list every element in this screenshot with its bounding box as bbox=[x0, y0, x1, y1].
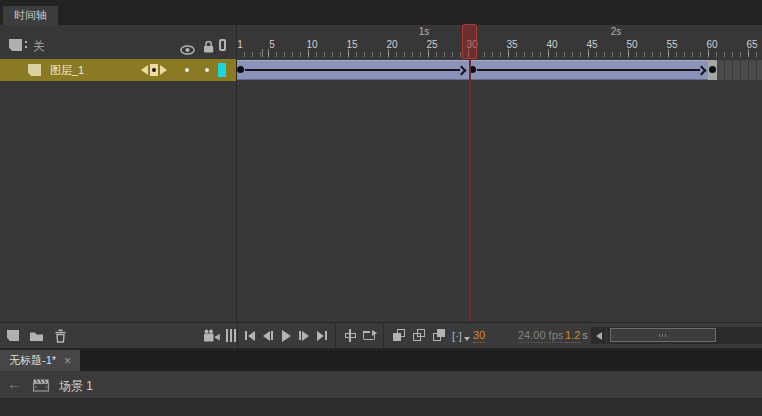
ruler-second-label: 1s bbox=[414, 26, 434, 37]
toolbar-divider bbox=[237, 323, 238, 348]
end-keyframe-dot[interactable] bbox=[709, 66, 716, 73]
go-to-last-frame-button[interactable] bbox=[313, 326, 331, 345]
prev-keyframe-icon[interactable] bbox=[141, 65, 148, 75]
layer-depth-icon bbox=[226, 329, 236, 342]
add-camera-button[interactable] bbox=[202, 326, 222, 345]
layer-visibility-dot[interactable] bbox=[185, 68, 189, 72]
timeline-toolbar: [·] 30 24.00 fps 1.2s bbox=[0, 322, 762, 348]
elapsed-time-unit: s bbox=[582, 329, 588, 341]
center-frame-icon bbox=[344, 329, 357, 342]
playhead-handle[interactable] bbox=[462, 24, 477, 59]
onion-skin-icon bbox=[393, 329, 406, 342]
delete-button[interactable] bbox=[51, 326, 69, 345]
new-layer-button[interactable] bbox=[4, 326, 22, 345]
layer-page-icon bbox=[28, 64, 41, 76]
layer-frames-track[interactable] bbox=[236, 59, 762, 81]
edit-multiple-frames-icon bbox=[433, 329, 446, 342]
trash-icon bbox=[54, 329, 67, 343]
keyframe-nav-controls bbox=[141, 64, 167, 76]
go-to-first-frame-button[interactable] bbox=[241, 326, 259, 345]
step-forward-button[interactable] bbox=[295, 326, 313, 345]
panel-tabbar: 时间轴 bbox=[0, 0, 762, 25]
scene-breadcrumb[interactable]: 场景 1 bbox=[59, 378, 93, 395]
scrollbar-thumb[interactable] bbox=[610, 328, 716, 342]
new-folder-button[interactable] bbox=[27, 326, 45, 345]
tween-arrow-line bbox=[477, 69, 700, 71]
loop-button[interactable] bbox=[360, 326, 378, 345]
timeline-scrollbar[interactable] bbox=[607, 327, 762, 344]
document-tab[interactable]: 无标题-1* × bbox=[0, 350, 80, 371]
bottom-strip bbox=[0, 399, 762, 416]
layer-row[interactable]: 图层_1 bbox=[0, 59, 237, 81]
elapsed-time-value[interactable]: 1.2 bbox=[565, 329, 580, 343]
toolbar-divider bbox=[383, 323, 384, 348]
scene-clapperboard-icon bbox=[33, 378, 50, 396]
layer-state-toggle[interactable]: 关 bbox=[33, 38, 45, 55]
camera-icon bbox=[203, 329, 221, 342]
loop-icon bbox=[363, 330, 376, 341]
current-frame-field[interactable]: 30 bbox=[473, 329, 485, 343]
timeline-panel: 关 图层_1 1s2 bbox=[0, 25, 762, 322]
scrollbar-grip-icon bbox=[659, 334, 667, 337]
tab-timeline[interactable]: 时间轴 bbox=[3, 6, 58, 25]
close-icon[interactable]: × bbox=[64, 356, 71, 366]
animate-timeline-window: 时间轴 关 图层_1 bbox=[0, 0, 762, 416]
toolbar-divider bbox=[335, 323, 336, 348]
step-back-button[interactable] bbox=[259, 326, 277, 345]
onion-skin-outlines-icon bbox=[413, 329, 426, 342]
layer-name[interactable]: 图层_1 bbox=[50, 63, 84, 78]
caret-down-icon bbox=[464, 337, 470, 341]
ruler-minor-ticks bbox=[236, 52, 762, 57]
edit-bar: ← 场景 1 bbox=[0, 371, 762, 399]
tween-arrow-line bbox=[245, 69, 460, 71]
center-frame-button[interactable] bbox=[341, 326, 359, 345]
back-button[interactable]: ← bbox=[7, 375, 22, 392]
layers-icon bbox=[9, 39, 22, 51]
layer-frame-divider[interactable] bbox=[236, 25, 237, 322]
onion-skin-button[interactable] bbox=[390, 326, 408, 345]
show-hide-all-layers-icon[interactable] bbox=[180, 41, 195, 59]
document-tabbar: 无标题-1* × bbox=[0, 350, 762, 371]
frame-rate-field[interactable]: 24.00 fps bbox=[518, 329, 563, 343]
modify-markers-icon: [·] bbox=[452, 330, 462, 342]
next-keyframe-icon[interactable] bbox=[160, 65, 167, 75]
document-tab-label: 无标题-1* bbox=[9, 353, 56, 368]
edit-multiple-frames-button[interactable] bbox=[430, 326, 448, 345]
layer-lock-dot[interactable] bbox=[205, 68, 209, 72]
modify-markers-button[interactable]: [·] bbox=[450, 326, 472, 345]
layer-outline-color-swatch[interactable] bbox=[218, 63, 226, 77]
ruler-second-label: 2s bbox=[606, 26, 626, 37]
empty-frames[interactable] bbox=[717, 60, 762, 80]
current-frame-marker-icon[interactable] bbox=[150, 64, 158, 76]
playhead-line bbox=[469, 59, 471, 322]
folder-icon bbox=[29, 330, 44, 342]
elapsed-time-field[interactable]: 1.2s bbox=[565, 329, 588, 341]
lock-all-layers-icon[interactable] bbox=[202, 39, 215, 57]
keyframe-dot[interactable] bbox=[237, 66, 244, 73]
onion-skin-outlines-button[interactable] bbox=[410, 326, 428, 345]
outline-all-layers-icon[interactable] bbox=[219, 39, 226, 51]
new-layer-icon bbox=[7, 330, 19, 341]
play-button[interactable] bbox=[277, 326, 295, 345]
triangle-left-icon bbox=[596, 332, 602, 340]
layers-icon-dots bbox=[25, 41, 28, 50]
scrollbar-left-arrow[interactable] bbox=[591, 327, 606, 344]
layer-depth-button[interactable] bbox=[225, 326, 237, 345]
